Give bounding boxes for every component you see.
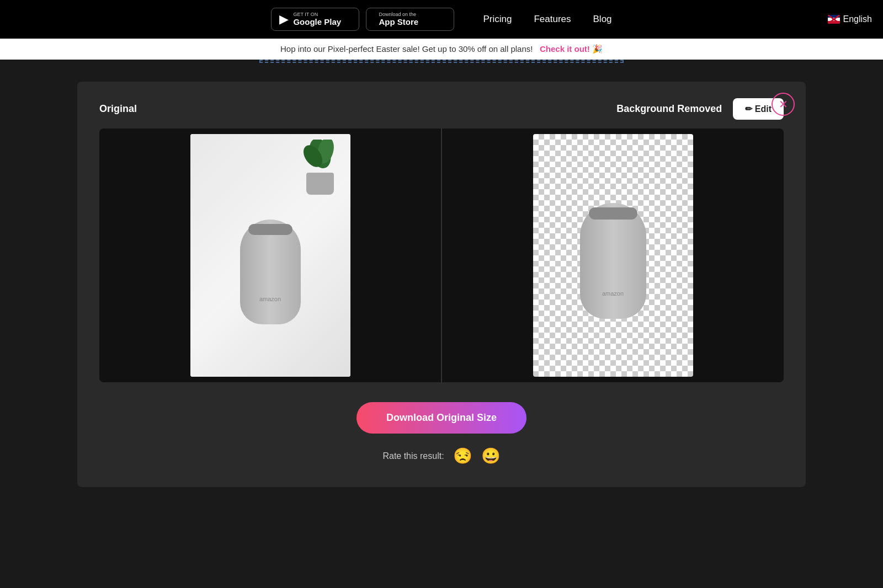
processed-image: [533, 134, 693, 377]
original-image: [190, 134, 350, 377]
language-label: English: [843, 14, 872, 24]
original-panel: [99, 129, 441, 382]
speaker-body-processed: [580, 203, 646, 319]
google-play-badge[interactable]: ▶ GET IT ON Google Play: [271, 8, 359, 31]
speaker-original-visual: [190, 134, 350, 377]
sad-emoji-button[interactable]: 😒: [453, 447, 472, 465]
upload-dashed-border: [259, 60, 624, 63]
download-button[interactable]: Download Original Size: [357, 402, 526, 434]
flag-icon: [828, 15, 840, 24]
google-play-large: Google Play: [293, 17, 341, 27]
google-play-icon: ▶: [279, 12, 289, 26]
nav-features[interactable]: Features: [534, 14, 571, 25]
language-selector[interactable]: English: [817, 6, 883, 33]
nav-pricing[interactable]: Pricing: [483, 14, 512, 25]
nav-links: Pricing Features Blog: [483, 14, 611, 25]
nav-blog[interactable]: Blog: [593, 14, 612, 25]
speaker-body-original: [240, 220, 301, 324]
rate-row: Rate this result: 😒 😀: [382, 447, 500, 465]
main-content: ✕ Original Background Removed ✏ Edit: [77, 82, 806, 487]
labels-row: Original Background Removed ✏ Edit: [99, 98, 784, 120]
plant-decoration: [301, 140, 339, 195]
rate-label: Rate this result:: [382, 451, 444, 461]
app-store-badge[interactable]: Download on the App Store: [366, 8, 454, 31]
app-store-large: App Store: [379, 17, 418, 27]
processed-label: Background Removed: [616, 103, 722, 115]
promo-link[interactable]: Check it out! 🎉: [540, 44, 603, 54]
promo-text: Hop into our Pixel-perfect Easter sale! …: [280, 44, 533, 54]
google-play-small: GET IT ON: [293, 12, 341, 18]
original-label: Original: [99, 103, 137, 115]
navbar: ▶ GET IT ON Google Play Download on the …: [0, 0, 883, 39]
images-row: [99, 129, 784, 382]
right-labels: Background Removed ✏ Edit: [616, 98, 784, 120]
download-section: Download Original Size Rate this result:…: [99, 402, 784, 465]
speaker-processed-visual: [533, 134, 693, 377]
promo-banner: Hop into our Pixel-perfect Easter sale! …: [0, 39, 883, 60]
close-button[interactable]: ✕: [772, 93, 795, 116]
store-badges: ▶ GET IT ON Google Play Download on the …: [271, 8, 454, 31]
processed-panel: [442, 129, 784, 382]
happy-emoji-button[interactable]: 😀: [481, 447, 501, 465]
upload-area: [0, 60, 883, 76]
plant-pot: [306, 173, 334, 195]
app-store-small: Download on the: [379, 12, 418, 18]
